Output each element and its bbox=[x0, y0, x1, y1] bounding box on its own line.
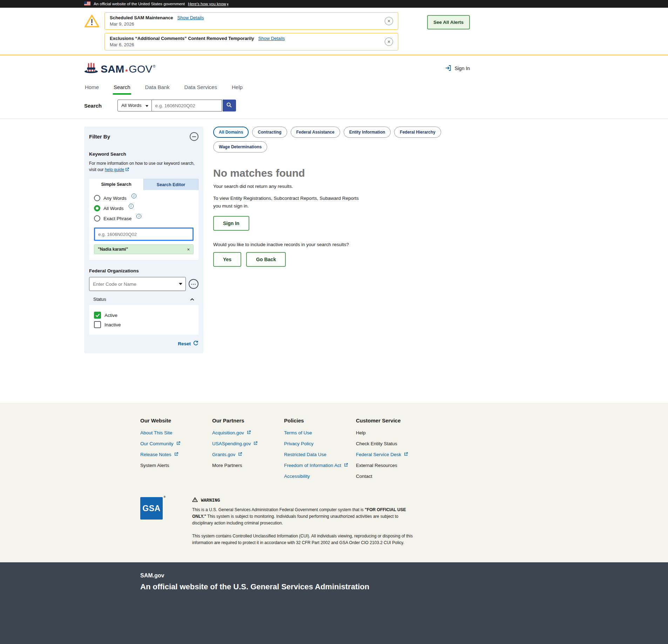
footer-link-release-notes[interactable]: Release Notes bbox=[140, 452, 178, 457]
footer-link-external-resources[interactable]: External Resources bbox=[356, 463, 397, 468]
search-submit-button[interactable] bbox=[223, 100, 236, 111]
alert-close-icon[interactable]: × bbox=[385, 38, 393, 46]
go-back-button[interactable]: Go Back bbox=[246, 252, 286, 267]
tab-simple-search[interactable]: Simple Search bbox=[89, 179, 143, 190]
pill-federal-hierarchy[interactable]: Federal Hierarchy bbox=[394, 127, 441, 138]
nav-search[interactable]: Search bbox=[113, 81, 131, 95]
federal-orgs-more-icon[interactable]: ··· bbox=[189, 279, 198, 289]
info-icon[interactable]: i bbox=[131, 194, 136, 198]
sam-gov-logo[interactable]: SAM ★ GOV ® bbox=[84, 62, 155, 75]
alert-item-maintenance: Scheduled SAM Maintenance Show Details M… bbox=[104, 12, 398, 30]
keyword-input[interactable] bbox=[94, 228, 194, 241]
yes-button[interactable]: Yes bbox=[213, 252, 241, 267]
status-card: Active Inactive bbox=[89, 305, 198, 335]
uncle-sam-hat-icon bbox=[84, 62, 98, 75]
footer-link-terms-of-use[interactable]: Terms of Use bbox=[284, 430, 312, 435]
radio-label: Any Words bbox=[103, 196, 127, 201]
footer-link-check-entity-status[interactable]: Check Entity Status bbox=[356, 441, 397, 446]
identifier-footer: SAM.gov An official website of the U.S. … bbox=[0, 562, 668, 644]
chevron-down-icon bbox=[179, 283, 182, 287]
chip-remove-icon[interactable]: × bbox=[187, 247, 190, 252]
footer-link-usaspending-gov[interactable]: USASpending.gov bbox=[212, 441, 257, 446]
results-section: All Domains Contracting Federal Assistan… bbox=[213, 127, 470, 267]
warning-triangle-icon bbox=[192, 497, 198, 503]
pill-federal-assistance[interactable]: Federal Assistance bbox=[291, 127, 340, 138]
gsa-logo-text: GSA bbox=[142, 504, 160, 513]
info-icon[interactable]: i bbox=[136, 214, 141, 219]
external-link-icon bbox=[344, 463, 348, 468]
no-matches-subtitle: Your search did not return any results. bbox=[213, 184, 470, 189]
checkbox-inactive[interactable]: Inactive bbox=[94, 321, 194, 328]
reset-icon[interactable] bbox=[193, 340, 198, 347]
federal-orgs-combobox bbox=[89, 277, 186, 291]
footer-link-accessibility[interactable]: Accessibility bbox=[284, 474, 310, 479]
footer-tagline: An official website of the U.S. General … bbox=[140, 582, 528, 591]
reset-filters-link[interactable]: Reset bbox=[178, 341, 191, 346]
external-link-icon bbox=[174, 452, 178, 457]
info-icon[interactable]: i bbox=[129, 204, 134, 209]
gsa-logo: GSA ® bbox=[140, 497, 163, 520]
warning-title: WARNING bbox=[201, 498, 220, 503]
search-input[interactable] bbox=[152, 100, 222, 111]
chevron-down-icon bbox=[146, 105, 148, 108]
see-all-alerts-button[interactable]: See All Alerts bbox=[427, 15, 470, 29]
checkbox-label: Active bbox=[104, 313, 117, 318]
federal-orgs-input[interactable] bbox=[89, 277, 186, 291]
footer-col-our-website: Our Website About This Site Our Communit… bbox=[140, 418, 212, 484]
pill-entity-information[interactable]: Entity Information bbox=[344, 127, 391, 138]
nav-data-bank[interactable]: Data Bank bbox=[144, 81, 170, 95]
pill-contracting[interactable]: Contracting bbox=[252, 127, 287, 138]
checkbox-active[interactable]: Active bbox=[94, 312, 194, 319]
status-accordion-header[interactable]: Status bbox=[89, 291, 198, 305]
footer-link-more-partners[interactable]: More Partners bbox=[212, 463, 242, 468]
radio-exact-phrase[interactable]: Exact Phrase i bbox=[94, 215, 194, 222]
footer-link-system-alerts[interactable]: System Alerts bbox=[140, 463, 169, 468]
external-link-icon bbox=[404, 452, 408, 457]
footer-link-our-community[interactable]: Our Community bbox=[140, 441, 180, 446]
external-link-icon bbox=[247, 430, 251, 435]
footer-link-contact[interactable]: Contact bbox=[356, 474, 372, 479]
warning-block: WARNING This is a U.S. General Services … bbox=[192, 497, 420, 546]
alert-show-details-link[interactable]: Show Details bbox=[177, 15, 204, 20]
alerts-section: Scheduled SAM Maintenance Show Details M… bbox=[0, 8, 668, 55]
site-header: SAM ★ GOV ® Sign In bbox=[0, 55, 668, 81]
footer-link-acquisition-gov[interactable]: Acquisition.gov bbox=[212, 430, 251, 435]
radio-any-words[interactable]: Any Words i bbox=[94, 195, 194, 201]
footer-link-privacy-policy[interactable]: Privacy Policy bbox=[284, 441, 313, 446]
search-mode-select[interactable]: All Words bbox=[117, 100, 152, 111]
no-matches-title: No matches found bbox=[213, 167, 470, 179]
nav-data-services[interactable]: Data Services bbox=[184, 81, 218, 95]
chevron-down-icon: ▾ bbox=[227, 2, 229, 6]
collapse-filters-icon[interactable] bbox=[190, 132, 198, 141]
status-title: Status bbox=[93, 297, 106, 302]
gov-banner-how-link[interactable]: Here's how you know▾ bbox=[188, 2, 228, 6]
warning-paragraph-1: This is a U.S. General Services Administ… bbox=[192, 507, 420, 527]
footer-link-help[interactable]: Help bbox=[356, 430, 366, 435]
external-link-icon bbox=[176, 441, 180, 446]
sign-in-button[interactable]: Sign In bbox=[213, 216, 249, 231]
nav-help[interactable]: Help bbox=[231, 81, 243, 95]
footer-site-name: SAM.gov bbox=[140, 572, 528, 579]
nav-home[interactable]: Home bbox=[84, 81, 100, 95]
footer-col-customer-service: Customer Service Help Check Entity Statu… bbox=[356, 418, 428, 484]
alert-close-icon[interactable]: × bbox=[385, 17, 393, 25]
gov-banner-text: An official website of the United States… bbox=[94, 2, 185, 6]
pill-all-domains[interactable]: All Domains bbox=[213, 127, 249, 138]
pill-wage-determinations[interactable]: Wage Determinations bbox=[213, 141, 267, 152]
help-guide-link[interactable]: help guide bbox=[105, 167, 129, 172]
radio-circle-selected bbox=[94, 205, 100, 211]
footer-link-grants-gov[interactable]: Grants.gov bbox=[212, 452, 242, 457]
footer-link-federal-service-desk[interactable]: Federal Service Desk bbox=[356, 452, 408, 457]
radio-all-words[interactable]: All Words i bbox=[94, 205, 194, 211]
footer-link-about-this-site[interactable]: About This Site bbox=[140, 430, 172, 435]
footer-link-foia[interactable]: Freedom of Information Act bbox=[284, 463, 348, 468]
sign-in-link[interactable]: Sign In bbox=[445, 65, 470, 73]
footer-link-restricted-data-use[interactable]: Restricted Data Use bbox=[284, 452, 326, 457]
logo-star-icon: ★ bbox=[125, 68, 129, 73]
keyword-search-title: Keyword Search bbox=[89, 151, 198, 157]
search-label: Search bbox=[84, 103, 117, 109]
alert-item-exclusions: Exclusions “Additional Comments” Content… bbox=[104, 33, 398, 50]
alert-show-details-link[interactable]: Show Details bbox=[258, 36, 285, 41]
domain-pills: All Domains Contracting Federal Assistan… bbox=[213, 127, 470, 152]
tab-search-editor[interactable]: Search Editor bbox=[143, 179, 198, 190]
